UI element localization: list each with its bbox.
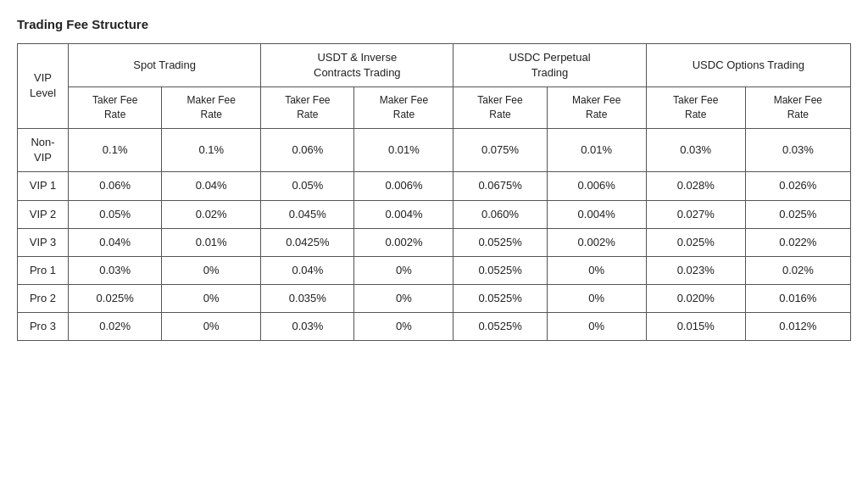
usdc-perp-taker-header: Taker FeeRate bbox=[453, 87, 547, 129]
vip-level-header: VIPLevel bbox=[18, 44, 69, 129]
fee-value-cell: 0.075% bbox=[453, 128, 547, 171]
fee-value-cell: 0.04% bbox=[69, 228, 162, 256]
usdc-options-header: USDC Options Trading bbox=[646, 44, 850, 87]
table-row: Non-VIP0.1%0.1%0.06%0.01%0.075%0.01%0.03… bbox=[18, 128, 851, 171]
fee-value-cell: 0.02% bbox=[69, 313, 162, 341]
vip-level-cell: VIP 2 bbox=[18, 200, 69, 228]
vip-level-cell: Pro 3 bbox=[18, 313, 69, 341]
fee-value-cell: 0.0525% bbox=[453, 313, 547, 341]
fee-value-cell: 0.05% bbox=[261, 172, 354, 200]
fee-value-cell: 0.006% bbox=[547, 172, 646, 200]
fee-value-cell: 0.002% bbox=[547, 228, 646, 256]
fee-value-cell: 0% bbox=[354, 313, 453, 341]
usdc-perp-maker-header: Maker FeeRate bbox=[547, 87, 646, 129]
fee-value-cell: 0.015% bbox=[646, 313, 745, 341]
fee-value-cell: 0.004% bbox=[547, 200, 646, 228]
table-row: Pro 20.025%0%0.035%0%0.0525%0%0.020%0.01… bbox=[18, 285, 851, 313]
fee-value-cell: 0.06% bbox=[69, 172, 162, 200]
fee-value-cell: 0.03% bbox=[261, 313, 354, 341]
usdt-taker-header: Taker FeeRate bbox=[261, 87, 354, 129]
fee-value-cell: 0% bbox=[162, 285, 261, 313]
fee-value-cell: 0.0675% bbox=[453, 172, 547, 200]
fee-value-cell: 0% bbox=[162, 256, 261, 284]
vip-level-cell: Non-VIP bbox=[18, 128, 69, 171]
fee-value-cell: 0.028% bbox=[646, 172, 745, 200]
fee-value-cell: 0.05% bbox=[69, 200, 162, 228]
fee-value-cell: 0.025% bbox=[69, 285, 162, 313]
table-row: Pro 10.03%0%0.04%0%0.0525%0%0.023%0.02% bbox=[18, 256, 851, 284]
fee-value-cell: 0.02% bbox=[162, 200, 261, 228]
vip-level-cell: VIP 3 bbox=[18, 228, 69, 256]
fee-value-cell: 0.022% bbox=[745, 228, 850, 256]
fee-value-cell: 0.012% bbox=[745, 313, 850, 341]
fee-value-cell: 0.0525% bbox=[453, 228, 547, 256]
fee-value-cell: 0.0525% bbox=[453, 256, 547, 284]
fee-value-cell: 0.035% bbox=[261, 285, 354, 313]
fee-value-cell: 0% bbox=[354, 256, 453, 284]
fee-value-cell: 0.025% bbox=[646, 228, 745, 256]
spot-maker-header: Maker FeeRate bbox=[162, 87, 261, 129]
page-title: Trading Fee Structure bbox=[17, 17, 851, 31]
vip-level-cell: VIP 1 bbox=[18, 172, 69, 200]
table-row: Pro 30.02%0%0.03%0%0.0525%0%0.015%0.012% bbox=[18, 313, 851, 341]
fee-value-cell: 0.016% bbox=[745, 285, 850, 313]
fee-value-cell: 0.026% bbox=[745, 172, 850, 200]
fee-value-cell: 0.045% bbox=[261, 200, 354, 228]
fee-value-cell: 0.004% bbox=[354, 200, 453, 228]
fee-value-cell: 0% bbox=[547, 313, 646, 341]
vip-level-cell: Pro 1 bbox=[18, 256, 69, 284]
fee-value-cell: 0.006% bbox=[354, 172, 453, 200]
table-row: VIP 30.04%0.01%0.0425%0.002%0.0525%0.002… bbox=[18, 228, 851, 256]
fee-value-cell: 0.0525% bbox=[453, 285, 547, 313]
fee-value-cell: 0.020% bbox=[646, 285, 745, 313]
fee-value-cell: 0% bbox=[547, 285, 646, 313]
fee-value-cell: 0.03% bbox=[646, 128, 745, 171]
fee-value-cell: 0% bbox=[547, 256, 646, 284]
fee-value-cell: 0.06% bbox=[261, 128, 354, 171]
fee-value-cell: 0.1% bbox=[69, 128, 162, 171]
usdc-opt-maker-header: Maker FeeRate bbox=[745, 87, 850, 129]
usdt-inverse-header: USDT & InverseContracts Trading bbox=[261, 44, 453, 87]
vip-level-cell: Pro 2 bbox=[18, 285, 69, 313]
fee-value-cell: 0.03% bbox=[69, 256, 162, 284]
fee-value-cell: 0.0425% bbox=[261, 228, 354, 256]
group-header-row: VIPLevel Spot Trading USDT & InverseCont… bbox=[18, 44, 851, 87]
fee-value-cell: 0.02% bbox=[745, 256, 850, 284]
sub-header-row: Taker FeeRate Maker FeeRate Taker FeeRat… bbox=[18, 87, 851, 129]
fee-value-cell: 0.023% bbox=[646, 256, 745, 284]
usdc-perpetual-header: USDC PerpetualTrading bbox=[453, 44, 646, 87]
fee-value-cell: 0.03% bbox=[745, 128, 850, 171]
fee-value-cell: 0.01% bbox=[547, 128, 646, 171]
fee-value-cell: 0.1% bbox=[162, 128, 261, 171]
fee-value-cell: 0.01% bbox=[162, 228, 261, 256]
fee-value-cell: 0% bbox=[162, 313, 261, 341]
table-row: VIP 10.06%0.04%0.05%0.006%0.0675%0.006%0… bbox=[18, 172, 851, 200]
fee-value-cell: 0.060% bbox=[453, 200, 547, 228]
usdc-opt-taker-header: Taker FeeRate bbox=[646, 87, 745, 129]
spot-taker-header: Taker FeeRate bbox=[69, 87, 162, 129]
fee-structure-table: VIPLevel Spot Trading USDT & InverseCont… bbox=[17, 43, 851, 341]
fee-value-cell: 0.002% bbox=[354, 228, 453, 256]
table-row: VIP 20.05%0.02%0.045%0.004%0.060%0.004%0… bbox=[18, 200, 851, 228]
fee-value-cell: 0.027% bbox=[646, 200, 745, 228]
usdt-maker-header: Maker FeeRate bbox=[354, 87, 453, 129]
spot-trading-header: Spot Trading bbox=[69, 44, 261, 87]
fee-value-cell: 0.025% bbox=[745, 200, 850, 228]
fee-value-cell: 0% bbox=[354, 285, 453, 313]
fee-value-cell: 0.04% bbox=[261, 256, 354, 284]
fee-value-cell: 0.01% bbox=[354, 128, 453, 171]
fee-value-cell: 0.04% bbox=[162, 172, 261, 200]
